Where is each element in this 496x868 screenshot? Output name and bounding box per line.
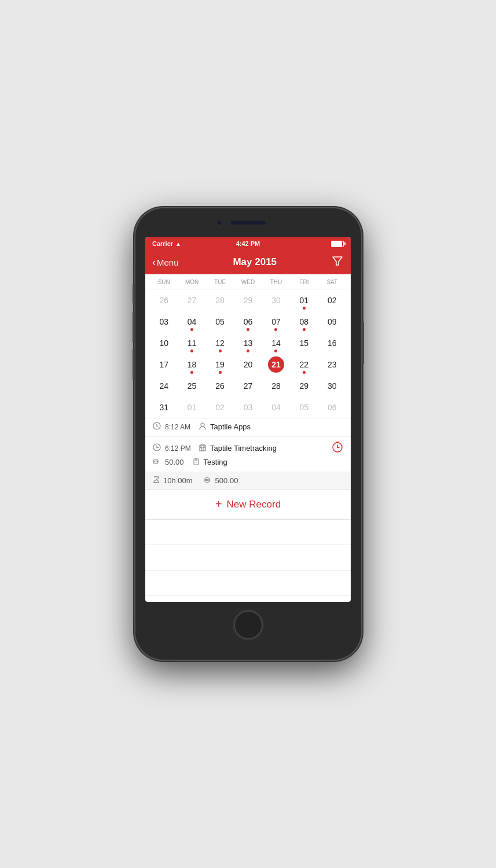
cal-cell-3-0[interactable]: 17 — [150, 354, 178, 375]
cal-num: 23 — [324, 356, 340, 373]
cal-cell-1-5[interactable]: 08 — [290, 311, 318, 332]
volume-down-button[interactable] — [133, 348, 135, 380]
cal-num: 28 — [268, 378, 284, 394]
new-record-label: New Record — [227, 499, 281, 510]
cal-cell-0-5[interactable]: 01 — [290, 289, 318, 311]
cal-num: 30 — [268, 292, 284, 308]
cal-dot — [274, 328, 277, 331]
cal-cell-5-6[interactable]: 06 — [318, 396, 346, 418]
cal-num: 21 — [268, 356, 284, 373]
entry-amount-2: 50.00 — [165, 458, 184, 466]
cal-num: 16 — [324, 335, 340, 351]
status-bar: Carrier ▲ 4:42 PM — [145, 237, 351, 250]
cal-cell-2-1[interactable]: 11 — [178, 332, 205, 354]
cal-num: 04 — [184, 314, 200, 330]
cal-dot — [303, 328, 306, 331]
battery-fill — [332, 241, 342, 247]
entry-time-2: 6:12 PM — [165, 444, 195, 453]
screen: Carrier ▲ 4:42 PM ‹ Menu May 2015 — [145, 237, 351, 602]
coins-icon-2 — [152, 457, 161, 467]
cal-cell-5-4[interactable]: 04 — [262, 396, 290, 418]
cal-cell-0-1[interactable]: 27 — [178, 289, 205, 311]
clock-icon-1 — [152, 422, 161, 432]
cal-cell-4-5[interactable]: 29 — [290, 375, 318, 396]
battery-icon — [331, 241, 344, 247]
cal-cell-1-1[interactable]: 04 — [178, 311, 205, 332]
entry-task-label-2: Testing — [204, 458, 227, 466]
empty-line-2 — [145, 545, 351, 571]
cal-cell-2-5[interactable]: 15 — [290, 332, 318, 354]
back-chevron-icon: ‹ — [152, 257, 156, 267]
new-record-button[interactable]: + New Record — [145, 490, 351, 520]
cal-cell-4-4[interactable]: 28 — [262, 375, 290, 396]
entry-row-2[interactable]: 6:12 PM Taptile Timetracking — [145, 437, 351, 472]
cal-dot — [247, 328, 249, 331]
cal-day-name-thu: THU — [262, 278, 290, 286]
cal-cell-2-4[interactable]: 14 — [262, 332, 290, 354]
cal-cell-5-3[interactable]: 03 — [234, 396, 262, 418]
cal-cell-5-0[interactable]: 31 — [150, 396, 178, 418]
cal-cell-1-6[interactable]: 09 — [318, 311, 346, 332]
cal-dot — [303, 307, 306, 310]
cal-cell-4-3[interactable]: 27 — [234, 375, 262, 396]
cal-cell-4-6[interactable]: 30 — [318, 375, 346, 396]
cal-num: 03 — [156, 314, 172, 330]
volume-up-button[interactable] — [133, 311, 135, 343]
entry-line-amount-2: 50.00 Testing — [152, 457, 344, 467]
home-button[interactable] — [234, 610, 263, 639]
cal-cell-2-0[interactable]: 10 — [150, 332, 178, 354]
cal-num: 05 — [296, 399, 312, 415]
cal-cell-2-2[interactable]: 12 — [206, 332, 234, 354]
cal-cell-3-3[interactable]: 20 — [234, 354, 262, 375]
back-button[interactable]: ‹ Menu — [152, 257, 179, 267]
calendar: SUNMONTUEWEDTHUFRISAT 262728293001020304… — [145, 274, 351, 418]
cal-cell-3-6[interactable]: 23 — [318, 354, 346, 375]
cal-num: 19 — [212, 356, 228, 373]
cal-cell-1-2[interactable]: 05 — [206, 311, 234, 332]
summary-duration: 10h 00m — [152, 476, 193, 486]
cal-cell-0-4[interactable]: 30 — [262, 289, 290, 311]
cal-cell-0-6[interactable]: 02 — [318, 289, 346, 311]
cal-num: 17 — [156, 356, 172, 373]
timer-button[interactable] — [331, 440, 344, 456]
cal-cell-3-2[interactable]: 19 — [206, 354, 234, 375]
cal-cell-5-2[interactable]: 02 — [206, 396, 234, 418]
phone-frame: Carrier ▲ 4:42 PM ‹ Menu May 2015 — [135, 208, 361, 660]
cal-num: 29 — [240, 292, 256, 308]
cal-cell-4-0[interactable]: 24 — [150, 375, 178, 396]
entry-line-time-1: 8:12 AM Taptile Apps — [152, 422, 344, 432]
filter-button[interactable] — [331, 255, 344, 270]
cal-cell-0-3[interactable]: 29 — [234, 289, 262, 311]
cal-cell-1-4[interactable]: 07 — [262, 311, 290, 332]
user-icon-1 — [199, 422, 207, 432]
cal-cell-0-2[interactable]: 28 — [206, 289, 234, 311]
cal-cell-3-1[interactable]: 18 — [178, 354, 205, 375]
entry-label-2: Taptile Timetracking — [210, 444, 277, 453]
power-button[interactable] — [362, 321, 364, 365]
cal-num: 01 — [184, 399, 200, 415]
entry-row-1[interactable]: 8:12 AM Taptile Apps — [145, 418, 351, 437]
cal-num: 27 — [240, 378, 256, 394]
cal-cell-4-1[interactable]: 25 — [178, 375, 205, 396]
cal-cell-5-1[interactable]: 01 — [178, 396, 205, 418]
cal-cell-5-5[interactable]: 05 — [290, 396, 318, 418]
cal-cell-3-4[interactable]: 21 — [262, 354, 290, 375]
svg-point-4 — [201, 423, 204, 426]
entry-time-1: 8:12 AM — [165, 423, 195, 431]
entries-section: 8:12 AM Taptile Apps — [145, 418, 351, 602]
cal-cell-2-6[interactable]: 16 — [318, 332, 346, 354]
cal-num: 12 — [212, 335, 228, 351]
cal-cell-2-3[interactable]: 13 — [234, 332, 262, 354]
cal-num: 27 — [184, 292, 200, 308]
cal-num: 18 — [184, 356, 200, 373]
cal-cell-1-0[interactable]: 03 — [150, 311, 178, 332]
svg-rect-11 — [204, 447, 205, 448]
cal-day-name-sun: SUN — [150, 278, 178, 286]
cal-num: 20 — [240, 356, 256, 373]
cal-num: 03 — [240, 399, 256, 415]
cal-cell-1-3[interactable]: 06 — [234, 311, 262, 332]
cal-num: 15 — [296, 335, 312, 351]
cal-cell-4-2[interactable]: 26 — [206, 375, 234, 396]
cal-cell-3-5[interactable]: 22 — [290, 354, 318, 375]
cal-cell-0-0[interactable]: 26 — [150, 289, 178, 311]
